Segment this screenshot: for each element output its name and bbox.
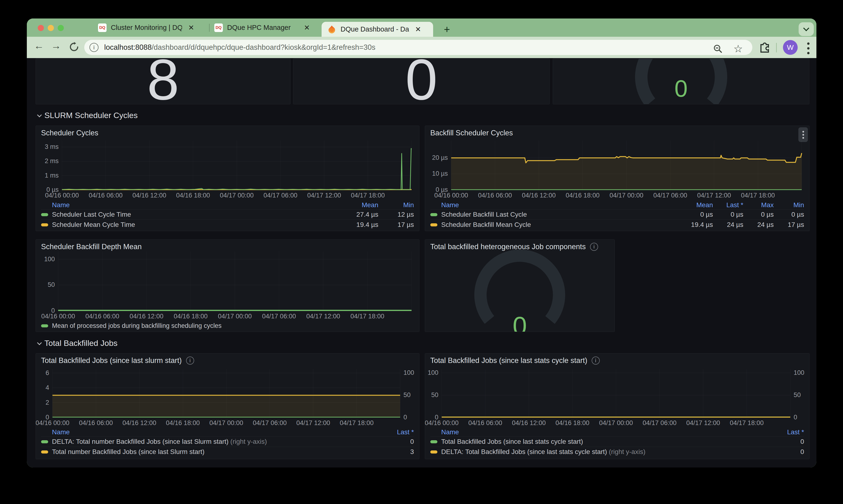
x-axis-tick: 04/17 00:00 xyxy=(599,419,633,427)
extensions-icon[interactable] xyxy=(758,41,771,54)
legend-value: 0 µs xyxy=(713,211,743,218)
info-icon[interactable]: i xyxy=(590,243,598,251)
x-axis-tick: 04/16 00:00 xyxy=(36,419,69,427)
legend-value: 0 µs xyxy=(743,211,774,218)
series-color-swatch[interactable] xyxy=(430,450,437,453)
x-axis-tick: 04/16 12:00 xyxy=(512,419,546,427)
site-info-icon[interactable]: i xyxy=(89,43,99,52)
forward-button[interactable]: → xyxy=(51,40,61,51)
legend-row[interactable]: Total number Backfilled Jobs (since last… xyxy=(41,447,414,457)
legend-col[interactable]: Last * xyxy=(713,201,743,209)
series-color-swatch[interactable] xyxy=(430,223,437,227)
profile-avatar[interactable]: W xyxy=(783,40,798,55)
jobs-left-chart: 642010050004/16 00:0004/16 06:0004/16 12… xyxy=(37,369,418,426)
minimize-window-button[interactable] xyxy=(48,25,54,31)
panel-backfill-scheduler-cycles: Backfill Scheduler Cycles 20 µs10 µs0 µs… xyxy=(425,126,810,231)
series-color-swatch[interactable] xyxy=(41,223,48,227)
x-axis-tick: 04/17 06:00 xyxy=(253,419,287,427)
series-color-swatch xyxy=(41,324,48,327)
series-color-swatch[interactable] xyxy=(41,213,48,216)
x-axis-tick: 04/16 06:00 xyxy=(85,313,119,320)
panel-menu-button[interactable] xyxy=(798,127,808,142)
x-axis-tick: 04/16 18:00 xyxy=(166,419,200,427)
legend-col[interactable]: Max xyxy=(743,201,774,209)
series-name: Scheduler Mean Cycle Time xyxy=(52,221,343,229)
bookmark-star-icon[interactable]: ☆ xyxy=(734,43,743,55)
legend-value: 0 xyxy=(778,448,804,456)
right-y-axis-tick: 50 xyxy=(794,391,801,399)
legend-col[interactable]: Min xyxy=(378,201,414,209)
legend-value: 17 µs xyxy=(378,221,414,229)
panel-backfill-depth-mean: Scheduler Backfill Depth Mean 10050004/1… xyxy=(36,239,419,332)
x-axis-tick: 04/16 00:00 xyxy=(425,419,459,427)
dque-favicon: DQ xyxy=(98,23,106,32)
y-axis-tick: 50 xyxy=(37,281,55,288)
legend-col[interactable]: Last * xyxy=(388,428,414,436)
info-icon[interactable]: i xyxy=(592,357,600,365)
reload-button[interactable] xyxy=(69,41,80,52)
stat-panel-gauge: 0 xyxy=(553,58,809,104)
x-axis-tick: 04/17 06:00 xyxy=(643,419,677,427)
jobs-left-legend: NameLast *DELTA: Total number Backfilled… xyxy=(41,428,414,457)
depth-mean-legend[interactable]: Mean of processed jobs during backfillin… xyxy=(41,322,221,329)
series-color-swatch[interactable] xyxy=(430,213,437,216)
x-axis-tick: 04/17 12:00 xyxy=(306,313,340,320)
browser-menu-icon[interactable] xyxy=(807,42,810,45)
zoom-out-icon[interactable] xyxy=(713,43,723,54)
y-axis-tick: 2 xyxy=(37,399,49,406)
tab-cluster-monitoring[interactable]: DQ Cluster Monitoring | DQue ✕ xyxy=(98,18,205,37)
section-slurm-scheduler-cycles[interactable]: SLURM Scheduler Cycles xyxy=(37,111,138,120)
x-axis-tick: 04/17 12:00 xyxy=(307,192,341,199)
info-icon[interactable]: i xyxy=(186,357,194,365)
backfill-cycles-chart: 20 µs10 µs0 µs04/16 00:0004/16 06:0004/1… xyxy=(427,141,808,198)
new-tab-button[interactable]: + xyxy=(440,23,453,36)
legend-col-name: Name xyxy=(441,201,683,209)
legend-row[interactable]: Scheduler Last Cycle Time27.4 µs12 µs xyxy=(41,209,414,219)
close-tab-icon[interactable]: ✕ xyxy=(188,23,194,32)
x-axis-tick: 04/17 18:00 xyxy=(340,419,374,427)
series-name: Scheduler Backfill Last Cycle xyxy=(441,211,683,218)
legend-value: 0 xyxy=(388,438,414,446)
x-axis-tick: 04/16 12:00 xyxy=(522,192,556,199)
tab-dque-dashboard-content[interactable]: DQue Dashboard - Dashboar ✕ xyxy=(327,22,429,37)
right-y-axis-tick: 0 xyxy=(403,414,407,421)
zoom-window-button[interactable] xyxy=(58,25,64,31)
legend-row[interactable]: DELTA: Total number Backfilled Jobs (sin… xyxy=(41,436,414,447)
section-total-backfilled-jobs[interactable]: Total Backfilled Jobs xyxy=(37,339,118,348)
panel-scheduler-cycles: Scheduler Cycles 3 ms2 ms1 ms0 µs04/16 0… xyxy=(36,126,419,231)
x-axis-tick: 04/17 00:00 xyxy=(218,313,252,320)
x-axis-tick: 04/16 00:00 xyxy=(434,192,468,199)
series-color-swatch[interactable] xyxy=(41,440,48,443)
legend-row[interactable]: Scheduler Backfill Last Cycle0 µs0 µs0 µ… xyxy=(430,209,804,219)
right-y-axis-tick: 100 xyxy=(403,369,414,376)
close-tab-icon[interactable]: ✕ xyxy=(415,25,421,33)
right-y-axis-tick: 100 xyxy=(794,369,804,376)
legend-row[interactable]: Scheduler Mean Cycle Time19.4 µs17 µs xyxy=(41,219,414,230)
series-color-swatch[interactable] xyxy=(430,440,437,443)
panel-title: Total Backfilled Jobs (since last stats … xyxy=(430,356,587,365)
y-axis-tick: 100 xyxy=(427,369,438,376)
legend-col[interactable]: Min xyxy=(774,201,804,209)
series-name: Total number Backfilled Jobs (since last… xyxy=(52,448,388,456)
back-button[interactable]: ← xyxy=(34,40,44,51)
section-title: Total Backfilled Jobs xyxy=(45,339,118,348)
stat-value: 8 xyxy=(36,58,290,104)
legend-col[interactable]: Last * xyxy=(778,428,804,436)
close-window-button[interactable] xyxy=(38,25,44,31)
series-color-swatch[interactable] xyxy=(41,450,48,453)
legend-col[interactable]: Mean xyxy=(683,201,713,209)
legend-row[interactable]: Scheduler Backfill Mean Cycle19.4 µs24 µ… xyxy=(430,219,804,230)
browser-toolbar: ← → i localhost:8088/dashboard/d/dquehpc… xyxy=(27,37,816,58)
address-bar[interactable]: i localhost:8088/dashboard/d/dquehpc/dqu… xyxy=(84,40,752,55)
tab-hpc-manager[interactable]: DQ DQue HPC Manager ✕ xyxy=(214,18,316,37)
legend-value: 0 xyxy=(778,438,804,446)
legend-row[interactable]: Total Backfilled Jobs (since last stats … xyxy=(430,436,804,447)
legend-row[interactable]: DELTA: Total Backfilled Jobs (since last… xyxy=(430,447,804,457)
legend-col[interactable]: Mean xyxy=(343,201,378,209)
close-tab-icon[interactable]: ✕ xyxy=(304,23,310,32)
panel-title-row: Total Backfilled Jobs (since last slurm … xyxy=(41,356,194,365)
legend-value: 24 µs xyxy=(743,221,774,229)
grafana-dashboard: 8 0 0 SLURM Scheduler Cycles Scheduler C… xyxy=(27,58,816,468)
tab-search-button[interactable] xyxy=(798,22,814,36)
y-axis-tick: 3 ms xyxy=(37,143,58,150)
